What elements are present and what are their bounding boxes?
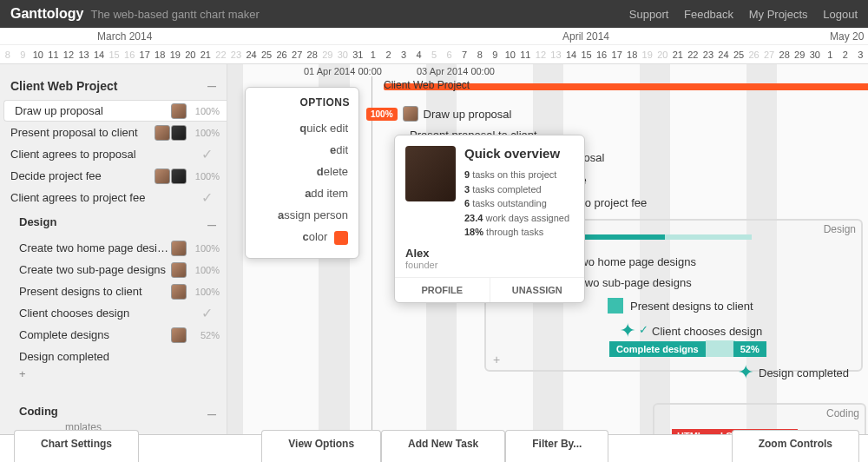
- timeline-days[interactable]: 8910111213141516171819202122232425262728…: [0, 45, 868, 64]
- design-header[interactable]: Design –: [0, 208, 227, 237]
- avatar-icon[interactable]: [171, 262, 187, 278]
- day-cell[interactable]: 13: [549, 45, 564, 63]
- day-cell[interactable]: 26: [274, 45, 290, 63]
- day-cell[interactable]: 14: [91, 45, 107, 63]
- chart-row[interactable]: 100% Draw up proposal: [366, 106, 511, 122]
- day-cell[interactable]: 15: [579, 45, 595, 63]
- day-cell[interactable]: 22: [686, 45, 701, 63]
- day-cell[interactable]: 16: [594, 45, 609, 63]
- day-cell[interactable]: 18: [624, 45, 640, 63]
- option-item[interactable]: delete: [254, 161, 350, 182]
- avatar-icon[interactable]: [403, 106, 418, 122]
- task-bar[interactable]: [608, 298, 623, 314]
- avatar-icon[interactable]: [171, 241, 187, 256]
- chart-row[interactable]: ✦ ✓ Client chooses design: [620, 320, 762, 342]
- day-cell[interactable]: 19: [640, 45, 655, 63]
- chart-row[interactable]: ✦ Design completed: [738, 361, 849, 384]
- day-cell[interactable]: 21: [670, 45, 686, 63]
- view-options-button[interactable]: View Options: [261, 430, 381, 462]
- day-cell[interactable]: 29: [319, 45, 335, 63]
- day-cell[interactable]: 22: [214, 45, 229, 63]
- nav-support[interactable]: Support: [629, 8, 669, 21]
- day-cell[interactable]: 28: [777, 45, 792, 63]
- option-item[interactable]: assign person: [254, 204, 350, 226]
- add-task-icon[interactable]: +: [0, 367, 227, 380]
- day-cell[interactable]: 20: [183, 45, 199, 63]
- option-item[interactable]: color: [254, 226, 350, 249]
- coding-header[interactable]: Coding –: [0, 398, 227, 426]
- avatar-icon[interactable]: [155, 125, 170, 141]
- day-cell[interactable]: 5: [426, 45, 442, 63]
- unassign-button[interactable]: UNASSIGN: [490, 278, 585, 302]
- chart-row[interactable]: Complete designs 52%: [609, 340, 766, 357]
- task-row[interactable]: Draw up proposal100%: [3, 100, 227, 122]
- day-cell[interactable]: 1: [365, 45, 381, 63]
- day-cell[interactable]: 30: [335, 45, 351, 63]
- day-cell[interactable]: 11: [518, 45, 534, 63]
- chart-row[interactable]: Present designs to client: [608, 298, 753, 314]
- day-cell[interactable]: 1: [823, 45, 838, 63]
- day-cell[interactable]: 24: [244, 45, 260, 63]
- task-row[interactable]: Create two home page designs100%: [0, 237, 227, 259]
- nav-feedback[interactable]: Feedback: [684, 8, 733, 21]
- task-row[interactable]: Client agrees to proposal✓: [0, 143, 227, 165]
- project-header[interactable]: Client Web Project –: [0, 71, 227, 100]
- avatar-icon[interactable]: [171, 168, 187, 184]
- task-row[interactable]: Present proposal to client100%: [0, 122, 227, 143]
- day-cell[interactable]: 26: [746, 45, 762, 63]
- day-cell[interactable]: 2: [381, 45, 397, 63]
- avatar-icon[interactable]: [155, 168, 170, 184]
- day-cell[interactable]: 9: [488, 45, 503, 63]
- profile-button[interactable]: PROFILE: [395, 278, 490, 302]
- task-row[interactable]: Client chooses design✓: [0, 302, 227, 324]
- filter-by-button[interactable]: Filter By...: [505, 430, 608, 462]
- day-cell[interactable]: 6: [442, 45, 457, 63]
- day-cell[interactable]: 15: [107, 45, 122, 63]
- day-cell[interactable]: 12: [61, 45, 76, 63]
- option-item[interactable]: quick edit: [254, 117, 350, 139]
- day-cell[interactable]: 3: [853, 45, 868, 63]
- day-cell[interactable]: 10: [30, 45, 46, 63]
- task-row[interactable]: Present designs to client100%: [0, 280, 227, 302]
- day-cell[interactable]: 29: [792, 45, 807, 63]
- collapse-icon[interactable]: –: [207, 405, 216, 423]
- chart-settings-button[interactable]: Chart Settings: [14, 430, 139, 462]
- day-cell[interactable]: 25: [259, 45, 274, 63]
- day-cell[interactable]: 7: [457, 45, 472, 63]
- day-cell[interactable]: 24: [716, 45, 732, 63]
- day-cell[interactable]: 4: [411, 45, 427, 63]
- day-cell[interactable]: 14: [563, 45, 579, 63]
- nav-logout[interactable]: Logout: [823, 8, 858, 21]
- day-cell[interactable]: 8: [472, 45, 488, 63]
- day-cell[interactable]: 11: [46, 45, 62, 63]
- day-cell[interactable]: 18: [152, 45, 168, 63]
- day-cell[interactable]: 13: [76, 45, 92, 63]
- day-cell[interactable]: 28: [305, 45, 320, 63]
- day-cell[interactable]: 12: [533, 45, 549, 63]
- avatar-icon[interactable]: [171, 284, 187, 300]
- option-item[interactable]: edit: [254, 139, 350, 161]
- day-cell[interactable]: 30: [807, 45, 823, 63]
- option-item[interactable]: add item: [254, 182, 350, 204]
- day-cell[interactable]: 2: [838, 45, 853, 63]
- nav-my-projects[interactable]: My Projects: [749, 8, 808, 21]
- day-cell[interactable]: 31: [351, 45, 366, 63]
- day-cell[interactable]: 16: [122, 45, 137, 63]
- collapse-icon[interactable]: –: [207, 76, 216, 95]
- task-row[interactable]: Design completed: [0, 346, 227, 367]
- day-cell[interactable]: 23: [700, 45, 716, 63]
- day-cell[interactable]: 27: [761, 45, 777, 63]
- day-cell[interactable]: 9: [16, 45, 31, 63]
- day-cell[interactable]: 17: [609, 45, 625, 63]
- person-avatar[interactable]: [405, 146, 456, 201]
- zoom-controls-button[interactable]: Zoom Controls: [732, 430, 859, 462]
- task-row[interactable]: Decide project fee100%: [0, 165, 227, 187]
- day-cell[interactable]: 21: [198, 45, 214, 63]
- day-cell[interactable]: 8: [0, 45, 16, 63]
- task-row[interactable]: Client agrees to project fee✓: [0, 187, 227, 208]
- avatar-icon[interactable]: [171, 327, 187, 343]
- task-row[interactable]: Create two sub-page designs100%: [0, 259, 227, 280]
- day-cell[interactable]: 10: [503, 45, 518, 63]
- task-row[interactable]: Complete designs52%: [0, 324, 227, 346]
- avatar-icon[interactable]: [171, 125, 187, 141]
